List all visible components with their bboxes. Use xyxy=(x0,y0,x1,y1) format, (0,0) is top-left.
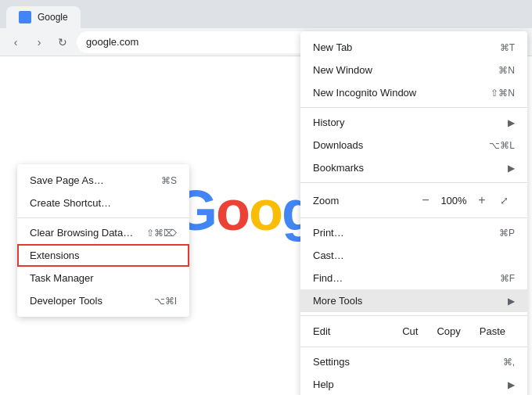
tab-bar: Google xyxy=(0,0,532,28)
menu-item-edit: Edit Cut Copy Paste xyxy=(300,319,527,343)
menu-item-cast[interactable]: Cast… xyxy=(300,244,527,267)
menu-item-find-shortcut: ⌘F xyxy=(500,273,515,284)
main-menu: New Tab ⌘T New Window ⌘N New Incognito W… xyxy=(300,31,527,395)
menu-divider-2 xyxy=(300,182,527,183)
menu-item-more-tools-label: More Tools xyxy=(313,295,501,307)
menu-item-settings[interactable]: Settings ⌘, xyxy=(300,350,527,373)
menu-item-bookmarks-arrow: ▶ xyxy=(508,163,515,174)
menu-item-history-arrow: ▶ xyxy=(508,117,515,128)
menu-item-downloads[interactable]: Downloads ⌥⌘L xyxy=(300,134,527,156)
menu-item-help-arrow: ▶ xyxy=(508,379,515,390)
menu-divider-1 xyxy=(300,107,527,108)
menu-item-downloads-shortcut: ⌥⌘L xyxy=(489,140,515,151)
menu-item-bookmarks[interactable]: Bookmarks ▶ xyxy=(300,156,527,179)
logo-o1: o xyxy=(216,179,249,242)
menu-item-print[interactable]: Print… ⌘P xyxy=(300,221,527,244)
menu-item-new-tab[interactable]: New Tab ⌘T xyxy=(300,36,527,59)
menu-item-print-label: Print… xyxy=(313,227,499,239)
menu-item-bookmarks-label: Bookmarks xyxy=(313,162,501,174)
menu-item-find[interactable]: Find… ⌘F xyxy=(300,267,527,289)
submenu-item-task-manager[interactable]: Task Manager xyxy=(17,267,189,289)
menu-item-print-shortcut: ⌘P xyxy=(499,228,515,239)
submenu-item-developer-tools[interactable]: Developer Tools ⌥⌘I xyxy=(17,289,189,312)
tab-title: Google xyxy=(38,12,68,23)
menu-divider-4 xyxy=(300,315,527,316)
back-button[interactable]: ‹ xyxy=(6,33,25,52)
menu-item-new-incognito-shortcut: ⇧⌘N xyxy=(491,88,515,99)
menu-item-new-incognito-label: New Incognito Window xyxy=(313,87,491,99)
paste-button[interactable]: Paste xyxy=(470,322,515,340)
submenu-item-extensions[interactable]: Extensions xyxy=(17,244,189,267)
menu-item-new-window-shortcut: ⌘N xyxy=(498,65,515,76)
menu-item-zoom: Zoom − 100% + ⤢ xyxy=(300,186,527,214)
menu-item-help[interactable]: Help ▶ xyxy=(300,373,527,395)
menu-item-more-tools-arrow: ▶ xyxy=(508,296,515,307)
menu-divider-5 xyxy=(300,347,527,347)
reload-button[interactable]: ↻ xyxy=(53,33,72,52)
menu-item-cast-label: Cast… xyxy=(313,250,515,261)
submenu-item-clear-browsing-shortcut: ⇧⌘⌦ xyxy=(146,228,177,239)
submenu-item-developer-tools-label: Developer Tools xyxy=(30,295,102,307)
menu-item-new-tab-shortcut: ⌘T xyxy=(500,42,515,53)
menu-item-settings-label: Settings xyxy=(313,356,503,368)
menu-item-more-tools[interactable]: More Tools ▶ xyxy=(300,289,527,312)
zoom-fullscreen-button[interactable]: ⤢ xyxy=(493,189,515,211)
submenu-item-save-page[interactable]: Save Page As… ⌘S xyxy=(17,169,189,192)
submenu-item-task-manager-label: Task Manager xyxy=(30,272,94,284)
zoom-label: Zoom xyxy=(313,195,415,206)
forward-button[interactable]: › xyxy=(30,33,49,52)
logo-o2: o xyxy=(249,179,282,242)
submenu-item-clear-browsing[interactable]: Clear Browsing Data… ⇧⌘⌦ xyxy=(17,221,189,244)
menu-item-new-incognito[interactable]: New Incognito Window ⇧⌘N xyxy=(300,81,527,104)
menu-item-new-window[interactable]: New Window ⌘N xyxy=(300,59,527,81)
submenu-item-save-page-shortcut: ⌘S xyxy=(161,175,177,186)
menu-item-history-label: History xyxy=(313,117,501,128)
active-tab[interactable]: Google xyxy=(6,6,81,28)
menu-item-new-window-label: New Window xyxy=(313,64,498,76)
menu-item-settings-shortcut: ⌘, xyxy=(503,357,515,368)
tab-favicon xyxy=(19,11,31,23)
cut-button[interactable]: Cut xyxy=(393,322,427,340)
menu-item-find-label: Find… xyxy=(313,272,500,284)
submenu-item-extensions-label: Extensions xyxy=(30,250,80,261)
menu-divider-3 xyxy=(300,217,527,218)
zoom-in-button[interactable]: + xyxy=(471,189,493,211)
more-tools-submenu: Save Page As… ⌘S Create Shortcut… Clear … xyxy=(17,164,189,317)
submenu-divider-1 xyxy=(17,217,189,218)
menu-item-downloads-label: Downloads xyxy=(313,139,489,151)
submenu-item-developer-tools-shortcut: ⌥⌘I xyxy=(154,296,177,307)
edit-label: Edit xyxy=(313,325,393,337)
submenu-item-create-shortcut[interactable]: Create Shortcut… xyxy=(17,192,189,214)
menu-item-new-tab-label: New Tab xyxy=(313,41,500,53)
menu-item-history[interactable]: History ▶ xyxy=(300,111,527,134)
menu-item-help-label: Help xyxy=(313,379,501,390)
submenu-item-clear-browsing-label: Clear Browsing Data… xyxy=(30,227,133,239)
submenu-item-save-page-label: Save Page As… xyxy=(30,174,104,186)
copy-button[interactable]: Copy xyxy=(427,322,469,340)
zoom-value: 100% xyxy=(437,195,471,206)
zoom-out-button[interactable]: − xyxy=(415,189,437,211)
submenu-item-create-shortcut-label: Create Shortcut… xyxy=(30,197,111,209)
